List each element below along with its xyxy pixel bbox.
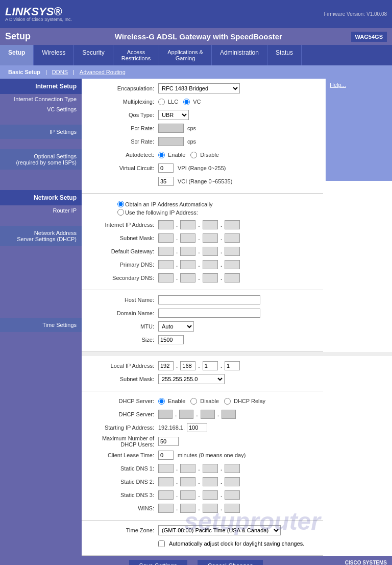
- wins-4[interactable]: [225, 504, 240, 513]
- tab-applications-gaming[interactable]: Applications &Gaming: [159, 45, 212, 65]
- time-zone-control: (GMT-08:00) Pacific Time (USA & Canada): [158, 525, 318, 535]
- sdns2-4[interactable]: [225, 477, 240, 486]
- secondary-dns-1[interactable]: [158, 273, 174, 282]
- qos-select[interactable]: UBR CBR VBR: [158, 110, 189, 120]
- mtu-select[interactable]: Auto Manual: [158, 321, 194, 332]
- subnet-1[interactable]: [158, 233, 174, 243]
- sdns1-3[interactable]: [203, 464, 218, 473]
- encapsulation-section: Encapsulation: RFC 1483 Bridged RFC 1483…: [82, 79, 323, 194]
- max-dhcp-input[interactable]: [158, 437, 179, 446]
- tab-access-restrictions[interactable]: AccessRestrictions: [113, 45, 159, 65]
- sdns3-2[interactable]: [180, 490, 195, 500]
- internet-ip-2[interactable]: [180, 220, 195, 229]
- use-following-ip-row: Use the following IP Address:: [117, 209, 318, 216]
- subtab-ddns[interactable]: DDNS: [48, 67, 72, 77]
- sdns3-3[interactable]: [203, 490, 218, 500]
- dhcp-ip-3[interactable]: [201, 410, 215, 419]
- sdns2-1[interactable]: [158, 477, 174, 486]
- scr-input[interactable]: [158, 137, 184, 146]
- secondary-dns-4[interactable]: [225, 273, 240, 282]
- subtab-advanced-routing[interactable]: Advanced Routing: [76, 67, 130, 77]
- use-following-ip-radio[interactable]: [117, 209, 124, 216]
- local-ip-2[interactable]: [180, 361, 195, 370]
- dhcp-ip-4[interactable]: [222, 410, 236, 419]
- sidebar-optional-settings-header: Optional Settings (required by some ISPs…: [0, 149, 82, 170]
- starting-ip-last-octet[interactable]: [187, 423, 207, 432]
- sidebar-item-router-ip[interactable]: Router IP: [0, 205, 82, 216]
- mtu-control: Auto Manual: [158, 321, 318, 332]
- pcr-control: cps: [158, 124, 318, 133]
- dhcp-relay-radio[interactable]: [224, 398, 231, 405]
- domain-name-label: Domain Name:: [87, 310, 158, 316]
- host-name-input[interactable]: [158, 295, 260, 304]
- vpi-input[interactable]: [158, 163, 174, 173]
- encapsulation-select[interactable]: RFC 1483 Bridged RFC 1483 Routed PPPoE P…: [158, 83, 240, 93]
- sdns3-1[interactable]: [158, 490, 174, 500]
- vci-input[interactable]: [158, 177, 174, 186]
- local-ip-4[interactable]: [225, 361, 240, 370]
- time-zone-row: Time Zone: (GMT-08:00) Pacific Time (USA…: [87, 525, 318, 536]
- obtain-ip-auto-radio[interactable]: [117, 201, 124, 207]
- subnet-mask-control: . . .: [158, 233, 318, 243]
- internet-ip-4[interactable]: [225, 220, 240, 229]
- secondary-dns-2[interactable]: [180, 273, 195, 282]
- internet-ip-3[interactable]: [203, 220, 218, 229]
- subnet-mask2-select[interactable]: 255.255.255.0 255.255.0.0 255.0.0.0: [158, 374, 225, 384]
- sdns1-4[interactable]: [225, 464, 240, 473]
- sdns1-1[interactable]: [158, 464, 174, 473]
- tab-setup[interactable]: Setup: [0, 45, 34, 65]
- time-zone-label: Time Zone:: [87, 527, 158, 533]
- scr-label: Scr Rate:: [87, 138, 158, 145]
- tab-status[interactable]: Status: [267, 45, 302, 65]
- sidebar-item-internet-connection-type[interactable]: Internet Connection Type: [0, 94, 82, 104]
- client-lease-input[interactable]: [158, 451, 174, 460]
- primary-dns-3[interactable]: [203, 260, 218, 269]
- time-zone-select[interactable]: (GMT-08:00) Pacific Time (USA & Canada): [158, 525, 281, 535]
- subnet-mask-label: Subnet Mask:: [87, 235, 158, 241]
- subnet-3[interactable]: [203, 233, 218, 243]
- save-settings-button[interactable]: Save Settings: [129, 560, 187, 565]
- sdns2-2[interactable]: [180, 477, 195, 486]
- internet-ip-1[interactable]: [158, 220, 174, 229]
- gateway-1[interactable]: [158, 247, 174, 256]
- wins-2[interactable]: [180, 504, 195, 513]
- tab-security[interactable]: Security: [74, 45, 113, 65]
- setup-label: Setup: [5, 31, 46, 42]
- default-gateway-label: Default Gateway:: [87, 248, 158, 254]
- sdns2-3[interactable]: [203, 477, 218, 486]
- primary-dns-4[interactable]: [225, 260, 240, 269]
- tab-administration[interactable]: Administration: [212, 45, 267, 65]
- dhcp-disable-radio[interactable]: [190, 398, 197, 405]
- client-lease-row: Client Lease Time: minutes (0 means one …: [87, 450, 318, 461]
- dst-checkbox[interactable]: [158, 540, 165, 547]
- dhcp-ip-1[interactable]: [158, 410, 173, 419]
- dhcp-ip-2[interactable]: [179, 410, 193, 419]
- help-label[interactable]: Help...: [330, 82, 346, 88]
- sdns3-4[interactable]: [225, 490, 240, 500]
- sidebar-item-vc-settings[interactable]: VC Settings: [0, 104, 82, 114]
- multiplexing-llc-radio[interactable]: [158, 99, 165, 105]
- local-ip-1[interactable]: [158, 361, 174, 370]
- secondary-dns-3[interactable]: [203, 273, 218, 282]
- multiplexing-vc-radio[interactable]: [183, 99, 190, 105]
- autodetect-enable-radio[interactable]: [158, 152, 165, 158]
- gateway-4[interactable]: [225, 247, 240, 256]
- domain-name-input[interactable]: [158, 309, 260, 318]
- primary-dns-1[interactable]: [158, 260, 174, 269]
- gateway-2[interactable]: [180, 247, 195, 256]
- wins-3[interactable]: [203, 504, 218, 513]
- primary-dns-2[interactable]: [180, 260, 195, 269]
- subtab-basic-setup[interactable]: Basic Setup: [4, 67, 44, 77]
- gateway-3[interactable]: [203, 247, 218, 256]
- tab-wireless[interactable]: Wireless: [34, 45, 74, 65]
- subnet-4[interactable]: [225, 233, 240, 243]
- local-ip-3[interactable]: [203, 361, 218, 370]
- sdns1-2[interactable]: [180, 464, 195, 473]
- cancel-changes-button[interactable]: Cancel Changes: [198, 560, 263, 565]
- autodetect-disable-radio[interactable]: [190, 152, 197, 158]
- size-input[interactable]: [158, 335, 184, 344]
- pcr-input[interactable]: [158, 124, 184, 133]
- dhcp-enable-radio[interactable]: [158, 398, 165, 405]
- subnet-2[interactable]: [180, 233, 195, 243]
- wins-1[interactable]: [158, 504, 174, 513]
